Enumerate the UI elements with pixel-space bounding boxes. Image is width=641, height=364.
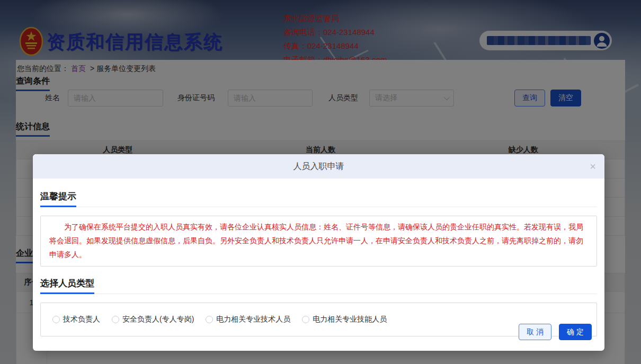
radio-option-tech-person[interactable]: 电力相关专业技术人员 (206, 315, 290, 324)
radio-label: 电力相关专业技术人员 (216, 315, 290, 324)
select-type-section-title: 选择人员类型 (40, 277, 94, 294)
modal-body: 温馨提示 为了确保在系统平台提交的入职人员真实有效，请各位企业认真核实人员信息：… (33, 179, 604, 351)
onboarding-apply-modal: 人员入职申请 × 温馨提示 为了确保在系统平台提交的入职人员真实有效，请各位企业… (33, 154, 604, 351)
radio-label: 电力相关专业技能人员 (313, 315, 387, 324)
warning-text-box: 为了确保在系统平台提交的入职人员真实有效，请各位企业认真核实人员信息：姓名、证件… (40, 216, 597, 267)
modal-title: 人员入职申请 (293, 161, 344, 172)
app-window: 资质和信用信息系统 东北能源监管局 咨询电话：024-23148944 传真：0… (0, 0, 641, 364)
confirm-button[interactable]: 确 定 (559, 324, 592, 340)
close-icon[interactable]: × (590, 161, 596, 172)
radio-option-safety-lead[interactable]: 安全负责人(专人专岗) (112, 315, 194, 324)
radio-icon[interactable] (302, 316, 309, 323)
radio-option-skill-person[interactable]: 电力相关专业技能人员 (302, 315, 387, 324)
tip-heading-row: 温馨提示 (40, 179, 597, 207)
radio-icon[interactable] (52, 316, 60, 323)
radio-label: 安全负责人(专人专岗) (122, 315, 194, 324)
radio-icon[interactable] (206, 316, 213, 323)
modal-header: 人员入职申请 × (33, 154, 604, 179)
radio-icon[interactable] (112, 316, 119, 323)
radio-option-tech-lead[interactable]: 技术负责人 (52, 315, 100, 324)
person-type-radio-group: 技术负责人 安全负责人(专人专岗) 电力相关专业技术人员 电力相关专业技能人员 (40, 303, 597, 336)
radio-label: 技术负责人 (63, 315, 100, 324)
modal-footer: 取 消 确 定 (519, 324, 592, 340)
tip-section-title: 温馨提示 (40, 190, 76, 207)
cancel-button[interactable]: 取 消 (519, 324, 551, 340)
select-type-heading-row: 选择人员类型 (40, 267, 597, 294)
